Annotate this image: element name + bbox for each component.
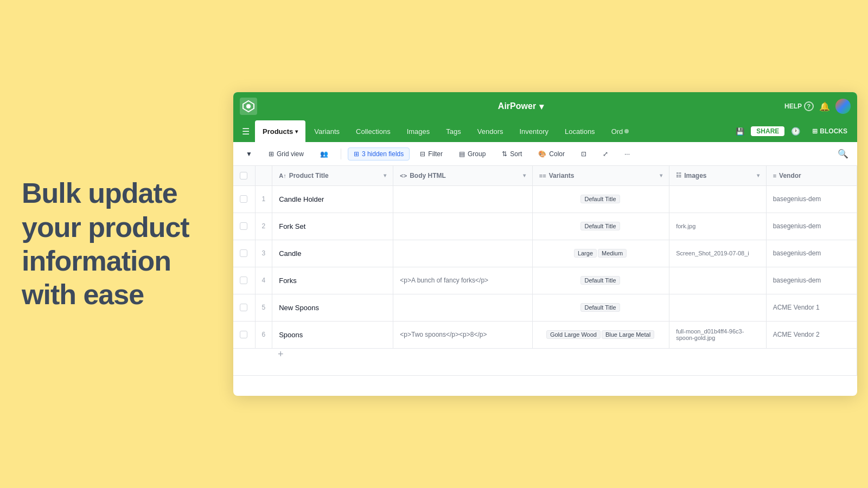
column-header-title[interactable]: A↑ Product Title ▾ bbox=[272, 166, 393, 185]
app-window: AirPower ▾ HELP ? 🔔 ☰ Products ▾ Variant… bbox=[233, 92, 857, 396]
share-button[interactable]: SHARE bbox=[751, 126, 784, 136]
nav-label-collections: Collections bbox=[356, 127, 391, 136]
image-filename: Screen_Shot_2019-07-08_i bbox=[676, 250, 759, 256]
nav-item-inventory[interactable]: Inventory bbox=[512, 120, 556, 142]
color-button[interactable]: 🎨 Color bbox=[532, 147, 571, 160]
row-cell-body[interactable] bbox=[393, 185, 533, 213]
row-cell-title[interactable]: Forks bbox=[272, 267, 393, 294]
top-bar: AirPower ▾ HELP ? 🔔 bbox=[233, 92, 857, 120]
nav-label-orders: Ord bbox=[611, 127, 629, 136]
row-cell-title[interactable]: Fork Set bbox=[272, 213, 393, 240]
help-button[interactable]: HELP ? bbox=[784, 101, 814, 111]
nav-item-locations[interactable]: Locations bbox=[557, 120, 603, 142]
row-checkbox[interactable] bbox=[240, 277, 247, 284]
row-checkbox-cell bbox=[233, 240, 255, 267]
row-cell-images[interactable]: Screen_Shot_2019-07-08_i bbox=[669, 240, 766, 267]
row-cell-images[interactable]: full-moon_d01b4ff4-96c3-spoon-gold.jpg bbox=[669, 321, 766, 348]
hidden-fields-button[interactable]: ⊞ 3 hidden fields bbox=[348, 147, 410, 160]
row-cell-variants[interactable]: Gold Large WoodBlue Large Metal bbox=[532, 321, 669, 348]
column-header-vendor[interactable]: ≡ Vendor bbox=[766, 166, 857, 185]
row-cell-images[interactable] bbox=[669, 294, 766, 321]
nav-item-orders[interactable]: Ord bbox=[604, 120, 637, 142]
hamburger-button[interactable]: ☰ bbox=[238, 120, 254, 142]
row-cell-vendor[interactable]: basegenius-dem bbox=[766, 267, 857, 294]
bell-icon[interactable]: 🔔 bbox=[819, 101, 830, 112]
variant-chip: Default Title bbox=[580, 276, 620, 285]
group-users-button[interactable]: 👥 bbox=[314, 147, 334, 160]
blocks-button[interactable]: ⊞ BLOCKS bbox=[807, 127, 853, 135]
column-header-images[interactable]: ☷ Images ▾ bbox=[669, 166, 766, 185]
group-button[interactable]: ▤ Group bbox=[453, 147, 492, 160]
top-bar-left bbox=[240, 98, 257, 115]
row-checkbox-cell bbox=[233, 213, 255, 240]
grid-view-label: Grid view bbox=[277, 150, 304, 158]
row-checkbox[interactable] bbox=[240, 195, 247, 203]
nav-item-tags[interactable]: Tags bbox=[438, 120, 468, 142]
row-cell-vendor[interactable]: basegenius-dem bbox=[766, 240, 857, 267]
nav-label-inventory: Inventory bbox=[519, 127, 548, 136]
nav-item-collections[interactable]: Collections bbox=[348, 120, 398, 142]
grid-view-button[interactable]: ⊞ Grid view bbox=[263, 147, 310, 160]
row-cell-vendor[interactable]: ACME Vendor 1 bbox=[766, 294, 857, 321]
vendor-value: ACME Vendor 1 bbox=[773, 304, 850, 311]
nav-label-locations: Locations bbox=[565, 127, 595, 136]
row-checkbox[interactable] bbox=[240, 304, 247, 311]
nav-item-variants[interactable]: Variants bbox=[307, 120, 347, 142]
row-checkbox[interactable] bbox=[240, 222, 247, 230]
app-name-dropdown[interactable]: ▾ bbox=[539, 101, 544, 112]
expand-button[interactable]: ⤢ bbox=[597, 147, 614, 160]
filter-label: Filter bbox=[428, 150, 443, 158]
row-cell-variants[interactable]: LargeMedium bbox=[532, 240, 669, 267]
row-cell-title[interactable]: New Spoons bbox=[272, 294, 393, 321]
row-cell-body[interactable] bbox=[393, 294, 533, 321]
column-header-body[interactable]: <> Body HTML ▾ bbox=[393, 166, 533, 185]
row-cell-variants[interactable]: Default Title bbox=[532, 213, 669, 240]
row-cell-title[interactable]: Candle Holder bbox=[272, 185, 393, 213]
more-icon: ··· bbox=[624, 150, 630, 158]
group-label: Group bbox=[468, 150, 486, 158]
nav-item-vendors[interactable]: Vendors bbox=[470, 120, 511, 142]
add-row-button[interactable]: + bbox=[240, 349, 284, 359]
row-checkbox[interactable] bbox=[240, 331, 247, 338]
nav-history-icon[interactable]: 🕐 bbox=[788, 127, 803, 136]
nav-label-products: Products bbox=[263, 127, 293, 136]
row-cell-variants[interactable]: Default Title bbox=[532, 267, 669, 294]
filter-toggle-button[interactable]: ▼ bbox=[240, 147, 258, 160]
images-col-label: Images bbox=[684, 172, 706, 179]
row-cell-variants[interactable]: Default Title bbox=[532, 185, 669, 213]
table-options-button[interactable]: ⊡ bbox=[575, 147, 592, 160]
table-row: 1Candle HolderDefault Titlebasegenius-de… bbox=[233, 185, 857, 213]
sort-button[interactable]: ⇅ Sort bbox=[496, 147, 528, 160]
more-button[interactable]: ··· bbox=[618, 147, 636, 160]
row-cell-images[interactable]: fork.jpg bbox=[669, 213, 766, 240]
row-cell-title[interactable]: Spoons bbox=[272, 321, 393, 348]
row-cell-vendor[interactable]: basegenius-dem bbox=[766, 213, 857, 240]
row-cell-title[interactable]: Candle bbox=[272, 240, 393, 267]
row-cell-vendor[interactable]: basegenius-dem bbox=[766, 185, 857, 213]
row-cell-variants[interactable]: Default Title bbox=[532, 294, 669, 321]
row-cell-body[interactable]: <p>A bunch of fancy forks</p> bbox=[393, 267, 533, 294]
column-header-variants[interactable]: ≡≡ Variants ▾ bbox=[532, 166, 669, 185]
row-checkbox[interactable] bbox=[240, 249, 247, 257]
nav-label-vendors: Vendors bbox=[477, 127, 503, 136]
products-table: A↑ Product Title ▾ <> Body HTML ▾ bbox=[233, 166, 857, 376]
row-cell-images[interactable] bbox=[669, 185, 766, 213]
table-row: 3CandleLargeMediumScreen_Shot_2019-07-08… bbox=[233, 240, 857, 267]
nav-item-images[interactable]: Images bbox=[399, 120, 438, 142]
nav-item-products[interactable]: Products ▾ bbox=[255, 120, 305, 142]
table-row: 4Forks<p>A bunch of fancy forks</p>Defau… bbox=[233, 267, 857, 294]
variants-col-label: Variants bbox=[549, 172, 575, 179]
filter-button[interactable]: ⊟ Filter bbox=[414, 147, 449, 160]
row-cell-images[interactable] bbox=[669, 267, 766, 294]
row-cell-body[interactable]: <p>Two spoons</p><p>8</p> bbox=[393, 321, 533, 348]
header-checkbox[interactable] bbox=[240, 172, 247, 179]
row-cell-body[interactable] bbox=[393, 240, 533, 267]
hidden-fields-label: 3 hidden fields bbox=[362, 150, 404, 158]
avatar[interactable] bbox=[835, 99, 851, 114]
row-cell-vendor[interactable]: ACME Vendor 2 bbox=[766, 321, 857, 348]
search-button[interactable]: 🔍 bbox=[835, 146, 851, 162]
nav-label-tags: Tags bbox=[446, 127, 461, 136]
nav-save-icon[interactable]: 💾 bbox=[732, 127, 748, 136]
nav-bar: ☰ Products ▾ Variants Collections Images… bbox=[233, 120, 857, 142]
row-cell-body[interactable] bbox=[393, 213, 533, 240]
